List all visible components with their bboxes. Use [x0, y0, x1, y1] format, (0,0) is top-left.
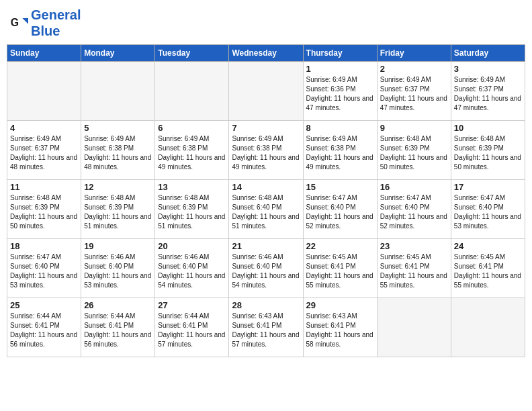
logo: G General Blue — [9, 7, 81, 39]
day-number: 15 — [306, 182, 374, 192]
day-number: 24 — [454, 241, 522, 251]
calendar-cell: 13Sunrise: 6:48 AM Sunset: 6:39 PM Dayli… — [155, 180, 229, 239]
day-number: 4 — [10, 123, 78, 133]
day-info: Sunrise: 6:44 AM Sunset: 6:41 PM Dayligh… — [10, 312, 78, 349]
calendar-cell: 15Sunrise: 6:47 AM Sunset: 6:40 PM Dayli… — [303, 180, 377, 239]
day-info: Sunrise: 6:49 AM Sunset: 6:36 PM Dayligh… — [306, 75, 374, 113]
calendar-cell: 17Sunrise: 6:47 AM Sunset: 6:40 PM Dayli… — [451, 180, 525, 239]
calendar-cell: 29Sunrise: 6:43 AM Sunset: 6:41 PM Dayli… — [303, 298, 377, 357]
day-number: 14 — [232, 182, 300, 192]
calendar-header-row: SundayMondayTuesdayWednesdayThursdayFrid… — [7, 45, 525, 62]
day-info: Sunrise: 6:44 AM Sunset: 6:41 PM Dayligh… — [84, 312, 152, 349]
day-info: Sunrise: 6:48 AM Sunset: 6:39 PM Dayligh… — [380, 134, 448, 172]
day-number: 18 — [10, 241, 78, 251]
day-info: Sunrise: 6:49 AM Sunset: 6:37 PM Dayligh… — [10, 134, 78, 172]
day-info: Sunrise: 6:49 AM Sunset: 6:38 PM Dayligh… — [306, 134, 374, 172]
logo-blue: Blue — [31, 24, 60, 38]
day-number: 22 — [306, 241, 374, 251]
calendar-cell: 16Sunrise: 6:47 AM Sunset: 6:40 PM Dayli… — [377, 180, 451, 239]
calendar-cell: 10Sunrise: 6:48 AM Sunset: 6:39 PM Dayli… — [451, 121, 525, 180]
day-info: Sunrise: 6:48 AM Sunset: 6:39 PM Dayligh… — [158, 193, 226, 231]
calendar-cell — [377, 298, 451, 357]
calendar-cell: 21Sunrise: 6:46 AM Sunset: 6:40 PM Dayli… — [229, 239, 303, 298]
day-number: 6 — [158, 123, 226, 133]
calendar-cell — [155, 62, 229, 121]
logo-icon: G — [9, 13, 28, 32]
day-info: Sunrise: 6:47 AM Sunset: 6:40 PM Dayligh… — [454, 193, 522, 231]
calendar-week-row: 18Sunrise: 6:47 AM Sunset: 6:40 PM Dayli… — [7, 239, 525, 298]
day-info: Sunrise: 6:46 AM Sunset: 6:40 PM Dayligh… — [158, 253, 226, 290]
calendar-cell: 22Sunrise: 6:45 AM Sunset: 6:41 PM Dayli… — [303, 239, 377, 298]
calendar-cell: 4Sunrise: 6:49 AM Sunset: 6:37 PM Daylig… — [7, 121, 81, 180]
day-number: 10 — [454, 123, 522, 133]
calendar-cell: 26Sunrise: 6:44 AM Sunset: 6:41 PM Dayli… — [81, 298, 155, 357]
day-number: 16 — [380, 182, 448, 192]
day-number: 17 — [454, 182, 522, 192]
calendar-week-row: 25Sunrise: 6:44 AM Sunset: 6:41 PM Dayli… — [7, 298, 525, 357]
day-info: Sunrise: 6:45 AM Sunset: 6:41 PM Dayligh… — [306, 253, 374, 290]
logo-text: General Blue — [31, 7, 81, 39]
calendar-cell: 28Sunrise: 6:43 AM Sunset: 6:41 PM Dayli… — [229, 298, 303, 357]
calendar-cell: 3Sunrise: 6:49 AM Sunset: 6:37 PM Daylig… — [451, 62, 525, 121]
day-info: Sunrise: 6:48 AM Sunset: 6:40 PM Dayligh… — [232, 193, 300, 231]
day-info: Sunrise: 6:45 AM Sunset: 6:41 PM Dayligh… — [380, 253, 448, 290]
day-number: 3 — [454, 64, 522, 74]
day-number: 25 — [10, 300, 78, 310]
day-number: 29 — [306, 300, 374, 310]
day-info: Sunrise: 6:49 AM Sunset: 6:37 PM Dayligh… — [454, 75, 522, 113]
day-number: 13 — [158, 182, 226, 192]
weekday-header-sunday: Sunday — [7, 45, 81, 62]
calendar-week-row: 1Sunrise: 6:49 AM Sunset: 6:36 PM Daylig… — [7, 62, 525, 121]
weekday-header-saturday: Saturday — [451, 45, 525, 62]
calendar-cell: 8Sunrise: 6:49 AM Sunset: 6:38 PM Daylig… — [303, 121, 377, 180]
day-number: 26 — [84, 300, 152, 310]
day-number: 20 — [158, 241, 226, 251]
svg-marker-1 — [22, 18, 28, 24]
weekday-header-tuesday: Tuesday — [155, 45, 229, 62]
day-number: 28 — [232, 300, 300, 310]
day-info: Sunrise: 6:49 AM Sunset: 6:38 PM Dayligh… — [84, 134, 152, 172]
day-number: 8 — [306, 123, 374, 133]
day-info: Sunrise: 6:46 AM Sunset: 6:40 PM Dayligh… — [84, 253, 152, 290]
day-info: Sunrise: 6:49 AM Sunset: 6:37 PM Dayligh… — [380, 75, 448, 113]
day-number: 7 — [232, 123, 300, 133]
calendar-cell: 7Sunrise: 6:49 AM Sunset: 6:38 PM Daylig… — [229, 121, 303, 180]
calendar-cell: 2Sunrise: 6:49 AM Sunset: 6:37 PM Daylig… — [377, 62, 451, 121]
weekday-header-monday: Monday — [81, 45, 155, 62]
svg-text:G: G — [11, 17, 19, 28]
day-info: Sunrise: 6:47 AM Sunset: 6:40 PM Dayligh… — [306, 193, 374, 231]
calendar-cell — [7, 62, 81, 121]
day-info: Sunrise: 6:48 AM Sunset: 6:39 PM Dayligh… — [454, 134, 522, 172]
calendar-week-row: 11Sunrise: 6:48 AM Sunset: 6:39 PM Dayli… — [7, 180, 525, 239]
day-number: 1 — [306, 64, 374, 74]
weekday-header-wednesday: Wednesday — [229, 45, 303, 62]
calendar-cell — [81, 62, 155, 121]
day-number: 27 — [158, 300, 226, 310]
calendar-cell: 9Sunrise: 6:48 AM Sunset: 6:39 PM Daylig… — [377, 121, 451, 180]
day-number: 19 — [84, 241, 152, 251]
day-info: Sunrise: 6:47 AM Sunset: 6:40 PM Dayligh… — [380, 193, 448, 231]
calendar-cell: 14Sunrise: 6:48 AM Sunset: 6:40 PM Dayli… — [229, 180, 303, 239]
day-number: 5 — [84, 123, 152, 133]
day-number: 2 — [380, 64, 448, 74]
calendar-table: SundayMondayTuesdayWednesdayThursdayFrid… — [7, 44, 525, 357]
calendar-cell: 19Sunrise: 6:46 AM Sunset: 6:40 PM Dayli… — [81, 239, 155, 298]
calendar-cell: 18Sunrise: 6:47 AM Sunset: 6:40 PM Dayli… — [7, 239, 81, 298]
weekday-header-thursday: Thursday — [303, 45, 377, 62]
day-info: Sunrise: 6:43 AM Sunset: 6:41 PM Dayligh… — [232, 312, 300, 349]
calendar-cell: 27Sunrise: 6:44 AM Sunset: 6:41 PM Dayli… — [155, 298, 229, 357]
day-info: Sunrise: 6:46 AM Sunset: 6:40 PM Dayligh… — [232, 253, 300, 290]
day-info: Sunrise: 6:44 AM Sunset: 6:41 PM Dayligh… — [158, 312, 226, 349]
page-header: G General Blue — [7, 7, 525, 39]
day-info: Sunrise: 6:43 AM Sunset: 6:41 PM Dayligh… — [306, 312, 374, 349]
calendar-cell: 25Sunrise: 6:44 AM Sunset: 6:41 PM Dayli… — [7, 298, 81, 357]
calendar-cell: 12Sunrise: 6:48 AM Sunset: 6:39 PM Dayli… — [81, 180, 155, 239]
day-number: 23 — [380, 241, 448, 251]
day-info: Sunrise: 6:49 AM Sunset: 6:38 PM Dayligh… — [158, 134, 226, 172]
day-number: 12 — [84, 182, 152, 192]
day-info: Sunrise: 6:45 AM Sunset: 6:41 PM Dayligh… — [454, 253, 522, 290]
calendar-week-row: 4Sunrise: 6:49 AM Sunset: 6:37 PM Daylig… — [7, 121, 525, 180]
calendar-cell: 11Sunrise: 6:48 AM Sunset: 6:39 PM Dayli… — [7, 180, 81, 239]
calendar-cell: 5Sunrise: 6:49 AM Sunset: 6:38 PM Daylig… — [81, 121, 155, 180]
weekday-header-friday: Friday — [377, 45, 451, 62]
